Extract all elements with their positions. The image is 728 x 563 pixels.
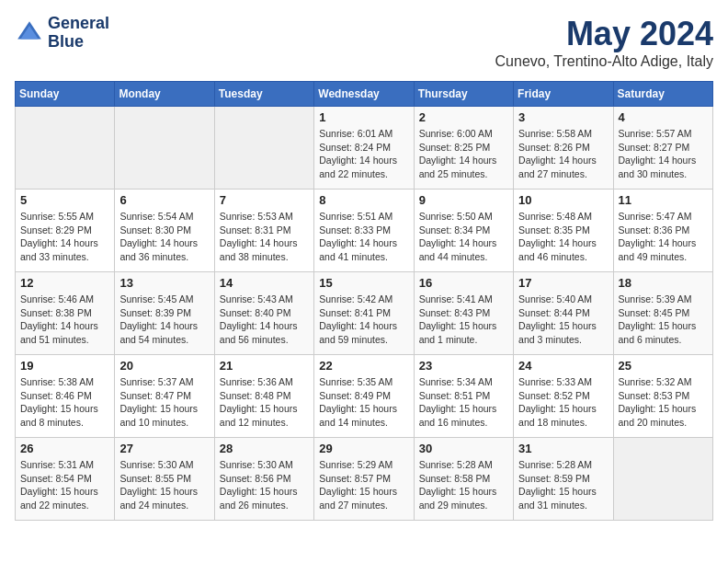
calendar-cell: 6Sunrise: 5:54 AMSunset: 8:30 PMDaylight… <box>115 190 214 272</box>
day-info: Sunrise: 5:43 AMSunset: 8:40 PMDaylight:… <box>220 293 309 347</box>
calendar-cell: 26Sunrise: 5:31 AMSunset: 8:54 PMDayligh… <box>16 438 115 521</box>
day-info: Sunrise: 5:32 AMSunset: 8:53 PMDaylight:… <box>619 375 708 430</box>
day-number: 23 <box>419 359 508 373</box>
day-info: Sunrise: 5:30 AMSunset: 8:55 PMDaylight:… <box>119 458 209 512</box>
calendar-cell: 31Sunrise: 5:28 AMSunset: 8:59 PMDayligh… <box>514 438 613 521</box>
weekday-header-monday: Monday <box>115 82 214 107</box>
calendar-cell: 14Sunrise: 5:43 AMSunset: 8:40 PMDayligh… <box>214 272 313 355</box>
calendar-cell: 7Sunrise: 5:53 AMSunset: 8:31 PMDaylight… <box>214 190 313 272</box>
day-number: 17 <box>518 276 608 290</box>
week-row-5: 26Sunrise: 5:31 AMSunset: 8:54 PMDayligh… <box>16 438 713 521</box>
day-number: 11 <box>619 193 708 207</box>
day-info: Sunrise: 5:42 AMSunset: 8:41 PMDaylight:… <box>319 293 408 347</box>
calendar-cell: 1Sunrise: 6:01 AMSunset: 8:24 PMDaylight… <box>314 107 414 190</box>
logo: General Blue <box>15 15 109 52</box>
weekday-header-wednesday: Wednesday <box>314 82 414 107</box>
calendar-cell: 22Sunrise: 5:35 AMSunset: 8:49 PMDayligh… <box>314 355 414 438</box>
day-info: Sunrise: 5:54 AMSunset: 8:30 PMDaylight:… <box>119 210 209 264</box>
day-info: Sunrise: 6:01 AMSunset: 8:24 PMDaylight:… <box>319 127 408 181</box>
calendar-cell: 10Sunrise: 5:48 AMSunset: 8:35 PMDayligh… <box>514 190 613 272</box>
day-info: Sunrise: 5:31 AMSunset: 8:54 PMDaylight:… <box>20 458 109 512</box>
month-title: May 2024 <box>495 15 713 53</box>
day-number: 25 <box>619 359 708 373</box>
day-number: 20 <box>119 359 209 373</box>
calendar-cell: 15Sunrise: 5:42 AMSunset: 8:41 PMDayligh… <box>314 272 414 355</box>
day-info: Sunrise: 5:41 AMSunset: 8:43 PMDaylight:… <box>419 293 508 347</box>
day-info: Sunrise: 5:51 AMSunset: 8:33 PMDaylight:… <box>319 210 408 264</box>
day-info: Sunrise: 5:28 AMSunset: 8:59 PMDaylight:… <box>518 458 608 512</box>
calendar-cell: 3Sunrise: 5:58 AMSunset: 8:26 PMDaylight… <box>514 107 613 190</box>
calendar-cell: 27Sunrise: 5:30 AMSunset: 8:55 PMDayligh… <box>115 438 214 521</box>
calendar-table: SundayMondayTuesdayWednesdayThursdayFrid… <box>15 81 713 521</box>
week-row-2: 5Sunrise: 5:55 AMSunset: 8:29 PMDaylight… <box>16 190 713 272</box>
day-number: 1 <box>319 110 408 124</box>
day-number: 10 <box>518 193 608 207</box>
day-info: Sunrise: 5:55 AMSunset: 8:29 PMDaylight:… <box>20 210 109 264</box>
calendar-cell: 9Sunrise: 5:50 AMSunset: 8:34 PMDaylight… <box>414 190 513 272</box>
day-number: 22 <box>319 359 408 373</box>
day-info: Sunrise: 5:45 AMSunset: 8:39 PMDaylight:… <box>119 293 209 347</box>
day-number: 24 <box>518 359 608 373</box>
calendar-cell: 24Sunrise: 5:33 AMSunset: 8:52 PMDayligh… <box>514 355 613 438</box>
calendar-cell <box>613 438 712 521</box>
day-number: 29 <box>319 442 408 455</box>
day-number: 15 <box>319 276 408 290</box>
day-info: Sunrise: 5:53 AMSunset: 8:31 PMDaylight:… <box>220 210 309 264</box>
calendar-header: SundayMondayTuesdayWednesdayThursdayFrid… <box>16 82 713 107</box>
day-number: 6 <box>119 193 209 207</box>
weekday-header-tuesday: Tuesday <box>214 82 313 107</box>
calendar-cell: 11Sunrise: 5:47 AMSunset: 8:36 PMDayligh… <box>613 190 712 272</box>
calendar-cell: 2Sunrise: 6:00 AMSunset: 8:25 PMDaylight… <box>414 107 513 190</box>
calendar-cell: 25Sunrise: 5:32 AMSunset: 8:53 PMDayligh… <box>613 355 712 438</box>
weekday-row: SundayMondayTuesdayWednesdayThursdayFrid… <box>16 82 713 107</box>
day-info: Sunrise: 5:35 AMSunset: 8:49 PMDaylight:… <box>319 375 408 430</box>
day-info: Sunrise: 5:39 AMSunset: 8:45 PMDaylight:… <box>619 293 708 347</box>
weekday-header-thursday: Thursday <box>414 82 513 107</box>
weekday-header-saturday: Saturday <box>613 82 712 107</box>
day-number: 2 <box>419 110 508 124</box>
calendar-cell: 21Sunrise: 5:36 AMSunset: 8:48 PMDayligh… <box>214 355 313 438</box>
day-info: Sunrise: 5:33 AMSunset: 8:52 PMDaylight:… <box>518 375 608 430</box>
day-number: 30 <box>419 442 508 455</box>
day-info: Sunrise: 5:58 AMSunset: 8:26 PMDaylight:… <box>518 127 608 181</box>
weekday-header-sunday: Sunday <box>16 82 115 107</box>
day-info: Sunrise: 5:47 AMSunset: 8:36 PMDaylight:… <box>619 210 708 264</box>
day-number: 8 <box>319 193 408 207</box>
calendar-cell <box>115 107 214 190</box>
calendar-cell: 28Sunrise: 5:30 AMSunset: 8:56 PMDayligh… <box>214 438 313 521</box>
day-number: 13 <box>119 276 209 290</box>
day-number: 19 <box>20 359 109 373</box>
day-number: 28 <box>220 442 309 455</box>
day-number: 9 <box>419 193 508 207</box>
day-number: 18 <box>619 276 708 290</box>
calendar-cell: 4Sunrise: 5:57 AMSunset: 8:27 PMDaylight… <box>613 107 712 190</box>
week-row-4: 19Sunrise: 5:38 AMSunset: 8:46 PMDayligh… <box>16 355 713 438</box>
calendar-cell: 13Sunrise: 5:45 AMSunset: 8:39 PMDayligh… <box>115 272 214 355</box>
day-info: Sunrise: 5:50 AMSunset: 8:34 PMDaylight:… <box>419 210 508 264</box>
page-header: General Blue May 2024 Cunevo, Trentino-A… <box>15 15 713 70</box>
day-info: Sunrise: 5:40 AMSunset: 8:44 PMDaylight:… <box>518 293 608 347</box>
day-info: Sunrise: 5:30 AMSunset: 8:56 PMDaylight:… <box>220 458 309 512</box>
calendar-cell: 18Sunrise: 5:39 AMSunset: 8:45 PMDayligh… <box>613 272 712 355</box>
day-info: Sunrise: 5:34 AMSunset: 8:51 PMDaylight:… <box>419 375 508 430</box>
title-block: May 2024 Cunevo, Trentino-Alto Adige, It… <box>495 15 713 70</box>
day-number: 4 <box>619 110 708 124</box>
day-number: 7 <box>220 193 309 207</box>
day-number: 5 <box>20 193 109 207</box>
day-number: 21 <box>220 359 309 373</box>
day-number: 3 <box>518 110 608 124</box>
logo-text: General Blue <box>48 15 109 52</box>
day-number: 31 <box>518 442 608 455</box>
day-info: Sunrise: 5:38 AMSunset: 8:46 PMDaylight:… <box>20 375 109 430</box>
calendar-cell: 8Sunrise: 5:51 AMSunset: 8:33 PMDaylight… <box>314 190 414 272</box>
day-info: Sunrise: 5:48 AMSunset: 8:35 PMDaylight:… <box>518 210 608 264</box>
day-info: Sunrise: 6:00 AMSunset: 8:25 PMDaylight:… <box>419 127 508 181</box>
day-info: Sunrise: 5:28 AMSunset: 8:58 PMDaylight:… <box>419 458 508 512</box>
day-number: 16 <box>419 276 508 290</box>
day-info: Sunrise: 5:29 AMSunset: 8:57 PMDaylight:… <box>319 458 408 512</box>
calendar-cell: 5Sunrise: 5:55 AMSunset: 8:29 PMDaylight… <box>16 190 115 272</box>
calendar-cell: 20Sunrise: 5:37 AMSunset: 8:47 PMDayligh… <box>115 355 214 438</box>
day-number: 12 <box>20 276 109 290</box>
calendar-cell <box>214 107 313 190</box>
day-number: 27 <box>119 442 209 455</box>
